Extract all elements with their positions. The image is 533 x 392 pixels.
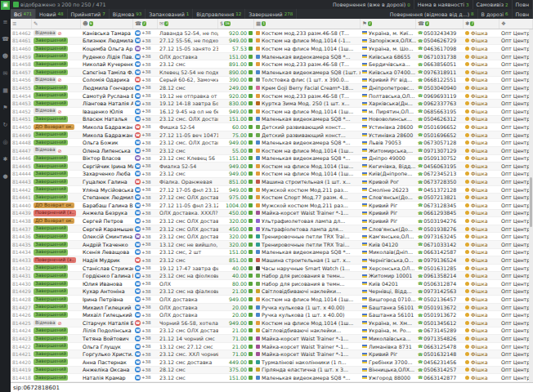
- phone-icon[interactable]: ☎: [135, 375, 141, 381]
- tab[interactable]: Повн: [513, 9, 533, 19]
- phone-cell[interactable]: ☎+38: [133, 108, 158, 115]
- column-header-vb[interactable]: ☎2: [133, 19, 158, 29]
- phone-cell[interactable]: ☎+38: [133, 139, 158, 146]
- phone-cell[interactable]: ☎+38: [133, 311, 158, 318]
- phone-icon[interactable]: ☎: [135, 163, 141, 169]
- table-row[interactable]: 814422ЗавершенийОльга Глущук☎+3813.12 см…: [11, 343, 533, 351]
- phone-icon[interactable]: ☎: [135, 273, 141, 278]
- table-row[interactable]: 814454ЗавершенийСамотуй Руслана В...☎+38…: [11, 92, 533, 100]
- phone-cell[interactable]: ☎+38: [133, 178, 158, 185]
- phone-cell[interactable]: ☎+38: [133, 163, 158, 170]
- phone-icon[interactable]: ☎: [135, 226, 141, 232]
- phone-cell[interactable]: ☎+38: [133, 265, 158, 272]
- phone-cell[interactable]: ☎+38: [133, 327, 158, 335]
- phone-icon[interactable]: ☎: [135, 210, 141, 216]
- phone-icon[interactable]: ☎: [135, 140, 141, 145]
- table-row[interactable]: 814453ЗавершенийЛіангова Наталія А...☎+3…: [11, 100, 533, 108]
- tab[interactable]: Всі471: [11, 9, 36, 19]
- phone-icon[interactable]: ☎: [135, 257, 141, 263]
- table-row[interactable]: 814440ДО Возврат ок.Барабаш Галина Ва...…: [11, 202, 533, 210]
- phone-cell[interactable]: ☎+38: [133, 359, 158, 366]
- phone-cell[interactable]: ☎+38: [133, 155, 158, 163]
- phone-icon[interactable]: ☎: [135, 187, 141, 193]
- tab[interactable]: Повн: [513, 0, 533, 9]
- phone-cell[interactable]: ☎+38: [133, 77, 158, 84]
- phone-cell[interactable]: ☎+38: [133, 116, 158, 123]
- table-row[interactable]: 814444ЗавершенийЗахарченко Люба☎+3823.12…: [11, 171, 533, 179]
- tab[interactable]: В дорозі6: [478, 9, 513, 19]
- phone-cell[interactable]: ☎+38: [133, 194, 158, 201]
- table-row[interactable]: 814459ЗавершенийРуденко Лідія Пав...☎+38…: [11, 53, 533, 61]
- table-row[interactable]: 814436ЗавершенийОлексій Сминтина☎+3823.1…: [11, 233, 533, 241]
- tab[interactable]: Відмова93: [110, 9, 146, 19]
- table-row[interactable]: 814424ЗавершенийЛілія Подолінська☎+3823.…: [11, 327, 533, 336]
- tab[interactable]: Запакований1: [146, 9, 193, 19]
- table-row[interactable]: 814456Відмова⊘Соломія Одарика☎+38Серый 6…: [11, 77, 533, 85]
- table-row[interactable]: 814446ЗавершенийВіктор Власов☎+3823.12 с…: [11, 155, 533, 163]
- table-row[interactable]: 814427ЗавершенийМихаил Гилецкий☎+38ОЛХ д…: [11, 304, 533, 312]
- target-icon[interactable]: ◎: [0, 134, 11, 151]
- table-row[interactable]: 814455ЗавершенийЛюдмила Гончарова☎+3828.…: [11, 84, 533, 92]
- phone-cell[interactable]: ☎+38: [133, 100, 158, 107]
- phone-cell[interactable]: ☎+38: [133, 147, 158, 154]
- table-row[interactable]: 814451ЗавершенийВласюк Наталья☎+3823.12 …: [11, 116, 533, 124]
- phone-cell[interactable]: ☎+38: [133, 272, 158, 279]
- table-row[interactable]: 814442ЗавершенийУляна Мусійовська☎+3827.…: [11, 186, 533, 194]
- phone-icon[interactable]: ☎: [135, 336, 141, 341]
- table-row[interactable]: 814430ЗавершенийЮлия Иванова☎+38ОЛХ80.00…: [11, 280, 533, 288]
- phone-cell[interactable]: ☎+38: [133, 123, 158, 131]
- table-row[interactable]: 814434ЗавершенийКсенія Леващова☎+3823.12…: [11, 249, 533, 257]
- settings-icon[interactable]: ✱: [0, 151, 11, 168]
- contacts-icon[interactable]: ☻: [0, 48, 11, 65]
- phone-cell[interactable]: ☎+38: [133, 29, 158, 37]
- phone-icon[interactable]: ☎: [135, 109, 141, 114]
- table-row[interactable]: 814421ЗавершенийГоргулько Христи...☎+382…: [11, 350, 533, 359]
- phone-cell[interactable]: ☎+38: [133, 60, 158, 68]
- phone-icon[interactable]: ☎: [135, 312, 141, 318]
- phone-icon[interactable]: ☎: [135, 296, 141, 302]
- phone-cell[interactable]: ☎+38: [133, 210, 158, 217]
- phone-icon[interactable]: ☎: [135, 288, 141, 294]
- phone-icon[interactable]: ☎: [135, 359, 141, 365]
- table-row[interactable]: 814450ДО Возврат ок.Микола Бадражан☎+38Ф…: [11, 123, 533, 131]
- table-row[interactable]: 814426ЗавершенийМихаїл Гилецький☎+38ОЛХ …: [11, 311, 533, 319]
- tab[interactable]: Прийнятий7: [68, 9, 110, 19]
- phone-cell[interactable]: ☎+38: [133, 233, 158, 240]
- phone-icon[interactable]: ☎: [135, 305, 141, 310]
- phone-cell[interactable]: ☎+38: [133, 304, 158, 311]
- column-header-id[interactable]: ≡: [11, 19, 32, 29]
- phone-cell[interactable]: ☎+38: [133, 280, 158, 287]
- table-row[interactable]: 814462Відмова⊘Канівська Тамара☎+38Лаванд…: [11, 29, 533, 38]
- flag-icon[interactable]: ⚑: [0, 100, 11, 117]
- phone-icon[interactable]: ☎: [135, 54, 141, 60]
- phone-icon[interactable]: ☎: [135, 281, 141, 287]
- phone-icon[interactable]: ☎: [135, 218, 141, 224]
- phone-icon[interactable]: ☎: [135, 148, 141, 154]
- phone-icon[interactable]: ☎: [135, 85, 141, 91]
- phone-icon[interactable]: ☎: [135, 93, 141, 99]
- table-row[interactable]: 814452Відмова⊘Іващенко Юлія☎+3816.12 9-4…: [11, 108, 533, 116]
- phone-cell[interactable]: ☎+38: [133, 69, 158, 76]
- phone-cell[interactable]: ☎+38: [133, 225, 158, 233]
- phone-cell[interactable]: ☎+38: [133, 319, 158, 327]
- phone-icon[interactable]: ☎: [135, 249, 141, 255]
- phone-icon[interactable]: ☎: [135, 320, 141, 326]
- column-header-pr[interactable]: $16: [218, 19, 254, 29]
- table-row[interactable]: 814418ЗавершенийНаталія Крамар☎+3823.12 …: [11, 374, 533, 382]
- tab[interactable]: Завершений278: [245, 9, 297, 19]
- phone-cell[interactable]: ☎+38: [133, 45, 158, 52]
- stats-icon[interactable]: ▦: [0, 82, 11, 100]
- column-header-nm[interactable]: ☻6: [81, 19, 133, 29]
- phone-cell[interactable]: ☎+38: [133, 92, 158, 100]
- column-header-s2[interactable]: ❖: [499, 19, 533, 29]
- phone-cell[interactable]: ☎+38: [133, 249, 158, 256]
- menu-icon[interactable]: ≡: [0, 14, 11, 31]
- phone-cell[interactable]: ☎+38: [133, 335, 158, 342]
- phone-icon[interactable]: ☎: [135, 367, 141, 372]
- phone-icon[interactable]: ☎: [135, 100, 141, 106]
- phone-icon[interactable]: ☎: [135, 124, 141, 130]
- tab[interactable]: Повернення (відмова від д...)8: [387, 9, 478, 19]
- phone-icon[interactable]: ☎: [135, 179, 141, 185]
- tab[interactable]: Відправлення12: [193, 9, 245, 19]
- table-row[interactable]: 814445ЗавершенийСергійчик Ірина Ми...☎+3…: [11, 163, 533, 171]
